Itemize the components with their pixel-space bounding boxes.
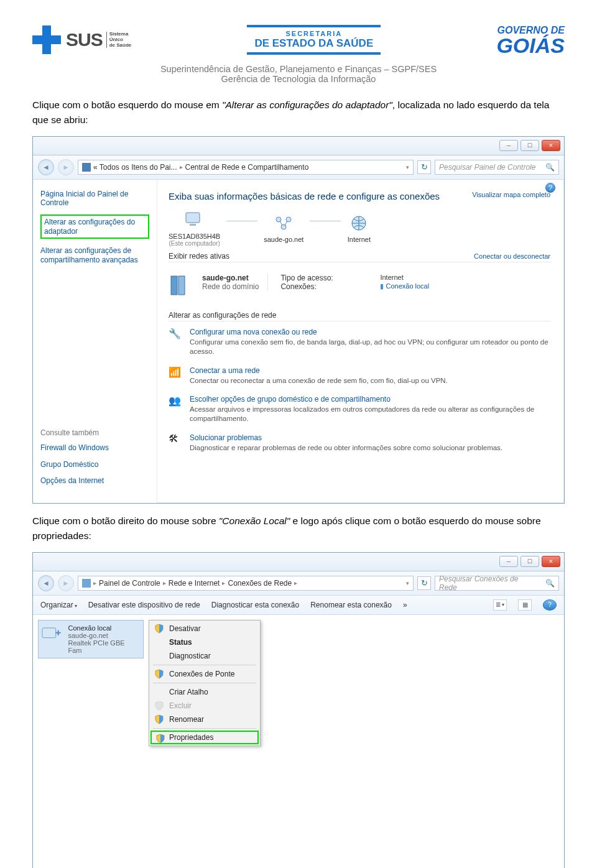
node-domain: saude-go.net [264, 213, 303, 243]
opt3-title[interactable]: Escolher opções de grupo doméstico e de … [190, 395, 550, 404]
svg-rect-1 [190, 224, 196, 226]
instr2-a: Clique com o botão direito do mouse sobr… [32, 515, 219, 526]
sus-subtitle: Sistema Único de Saúde [106, 32, 132, 48]
refresh-button[interactable]: ↻ [417, 160, 431, 174]
menu-disable[interactable]: Desativar [150, 622, 259, 635]
search-input[interactable]: Pesquisar Conexões de Rede 🔍 [435, 576, 559, 591]
opt2-title[interactable]: Conectar a uma rede [190, 366, 448, 375]
pc-sub: (Este computador) [169, 240, 220, 247]
crumb1: Painel de Controle [99, 579, 160, 588]
subheader-line2: Gerência de Tecnologia da Informação [32, 74, 565, 84]
btn-more[interactable]: » [403, 601, 407, 609]
chevron-right-icon: ▸ [222, 579, 225, 586]
view-options-button[interactable]: ≣▾ [493, 599, 507, 611]
menu-properties-highlighted[interactable]: Propriedades [150, 731, 259, 744]
chevron-right-icon: ▸ [180, 164, 183, 170]
link-sharing-settings[interactable]: Alterar as configurações de compartilham… [40, 246, 149, 264]
server-icon [169, 274, 193, 297]
svg-rect-8 [42, 628, 56, 638]
menu-shortcut[interactable]: Criar Atalho [150, 685, 259, 699]
instruction-2: Clique com o botão direito do mouse sobr… [32, 514, 565, 543]
link-view-full-map[interactable]: Visualizar mapa completo [472, 191, 550, 198]
nav-forward-button[interactable]: ► [58, 575, 74, 591]
window-network-center: ─ ☐ ✕ ◄ ► « Todos os Itens do Pai... ▸ C… [32, 136, 565, 504]
network-hub-icon [272, 213, 295, 233]
link-control-panel-home[interactable]: Página Inicial do Painel de Controle [40, 190, 149, 208]
conn-net: saude-go.net [68, 632, 139, 639]
network-folder-icon [82, 579, 91, 588]
maximize-button[interactable]: ☐ [521, 556, 539, 567]
network-map-diagram: SES1AD835H4B (Este computador) saude-go.… [169, 210, 550, 247]
breadcrumb[interactable]: « Todos os Itens do Pai... ▸ Central de … [78, 160, 414, 175]
link-line-icon [310, 221, 341, 221]
link-connect-disconnect[interactable]: Conectar ou desconectar [474, 252, 550, 260]
link-firewall[interactable]: Firewall do Windows [40, 443, 149, 452]
shield-icon [154, 714, 164, 724]
search-icon: 🔍 [545, 163, 555, 172]
help-button[interactable]: ? [543, 599, 557, 611]
close-button[interactable]: ✕ [542, 556, 560, 567]
menu-diagnose[interactable]: Diagnosticar [150, 649, 259, 663]
logo-governo: GOVERNO DE GOIÁS [496, 25, 565, 55]
preview-pane-button[interactable]: ▦ [518, 599, 532, 611]
option-troubleshoot[interactable]: 🛠 Solucionar problemasDiagnosticar e rep… [169, 433, 550, 453]
conn-device: Realtek PCIe GBE Fam [68, 639, 139, 654]
access-type-label: Tipo de acesso: [280, 274, 343, 282]
search-input[interactable]: Pesquisar Painel de Controle 🔍 [435, 160, 559, 175]
menu-rename[interactable]: Renomear [150, 713, 259, 726]
chevron-down-icon[interactable]: ▾ [406, 164, 409, 170]
conn-item-local[interactable]: Conexão local saude-go.net Realtek PCIe … [38, 620, 144, 658]
troubleshoot-icon: 🛠 [169, 433, 182, 445]
minimize-button[interactable]: ─ [499, 140, 518, 151]
btn-organize[interactable]: Organizar▾ [40, 601, 77, 609]
menu-delete-label: Excluir [169, 701, 192, 710]
link-local-connection[interactable]: Conexão local [386, 282, 429, 290]
nav-forward-button[interactable]: ► [58, 159, 74, 175]
option-homegroup-sharing[interactable]: 👥 Escolher opções de grupo doméstico e d… [169, 395, 550, 423]
sus-brand: SUS [66, 29, 103, 50]
conn-name: Conexão local [68, 624, 139, 632]
nav-back-button[interactable]: ◄ [38, 575, 54, 591]
btn-rename[interactable]: Renomear esta conexão [310, 601, 392, 609]
menu-separator [153, 728, 256, 729]
option-new-connection[interactable]: 🔧 Configurar uma nova conexão ou redeCon… [169, 328, 550, 356]
link-adapter-settings-highlighted[interactable]: Alterar as configurações do adaptador [40, 215, 149, 239]
menu-bridge[interactable]: Conexões de Ponte [150, 667, 259, 681]
homegroup-icon: 👥 [169, 395, 182, 407]
dom-name: saude-go.net [202, 274, 249, 282]
control-panel-icon [82, 163, 91, 172]
crumb-pre: « Todos os Itens do Pai... [93, 163, 177, 172]
link-internet-options[interactable]: Opções da Internet [40, 476, 149, 485]
opt1-desc: Configurar uma conexão sem fio, de banda… [190, 338, 550, 356]
chevron-down-icon[interactable]: ▾ [406, 580, 409, 586]
chevron-right-icon: ▸ [163, 579, 166, 586]
minimize-button[interactable]: ─ [499, 556, 518, 567]
connections-label: Conexões: [280, 282, 343, 291]
btn-disable-device[interactable]: Desativar este dispositivo de rede [88, 601, 200, 609]
link-homegroup[interactable]: Grupo Doméstico [40, 460, 149, 469]
opt1-title[interactable]: Configurar uma nova conexão ou rede [190, 328, 550, 336]
close-button[interactable]: ✕ [542, 140, 560, 151]
nav-back-button[interactable]: ◄ [38, 159, 54, 175]
logo-secretaria: SECRETARIA DE ESTADO DA SAÚDE [247, 25, 381, 55]
dom-sub: Rede do domínio [202, 282, 259, 291]
subheader-line1: Superintendência de Gestão, Planejamento… [32, 64, 565, 74]
opt4-title[interactable]: Solucionar problemas [190, 433, 502, 442]
breadcrumb[interactable]: ▸ Painel de Controle ▸ Rede e Internet ▸… [78, 576, 414, 591]
node-this-pc: SES1AD835H4B (Este computador) [169, 210, 220, 247]
btn-diagnose[interactable]: Diagnosticar esta conexão [211, 601, 299, 609]
crumb-current: Central de Rede e Compartilhamento [185, 163, 309, 172]
link-adapter-settings[interactable]: Alterar as configurações do adaptador [44, 218, 146, 236]
svg-rect-6 [171, 276, 177, 295]
maximize-button[interactable]: ☐ [521, 140, 539, 151]
logo-sus: SUS Sistema Único de Saúde [32, 25, 131, 54]
refresh-button[interactable]: ↻ [417, 576, 431, 590]
instr1-b: "Alterar as configurações do adaptador" [222, 99, 392, 110]
shield-icon [154, 624, 164, 634]
header-logos: SUS Sistema Único de Saúde SECRETARIA DE… [32, 25, 565, 55]
menu-status[interactable]: Status [150, 635, 259, 649]
opt2-desc: Conectar ou reconectar a uma conexão de … [190, 376, 448, 386]
gov-line2: GOIÁS [496, 36, 565, 55]
main-panel: Visualizar mapa completo Exiba suas info… [157, 180, 564, 503]
option-connect-network[interactable]: 📶 Conectar a uma redeConectar ou reconec… [169, 366, 550, 386]
